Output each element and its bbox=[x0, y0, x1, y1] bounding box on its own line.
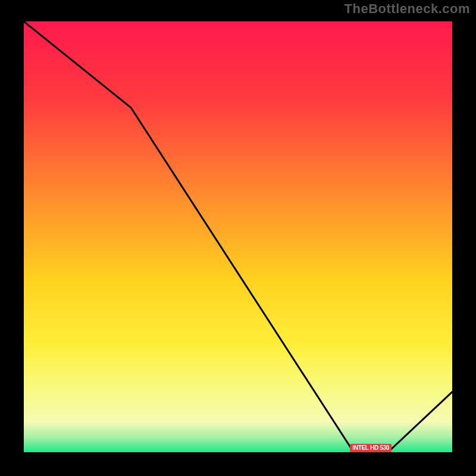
chart-plot-area: INTEL HD 530 bbox=[24, 21, 452, 452]
chart-svg bbox=[24, 21, 452, 452]
data-point-label: INTEL HD 530 bbox=[350, 444, 392, 452]
gradient-background bbox=[24, 21, 452, 452]
watermark-text: TheBottleneck.com bbox=[345, 1, 470, 17]
chart-frame: TheBottleneck.com INTEL HD 530 bbox=[0, 0, 476, 476]
